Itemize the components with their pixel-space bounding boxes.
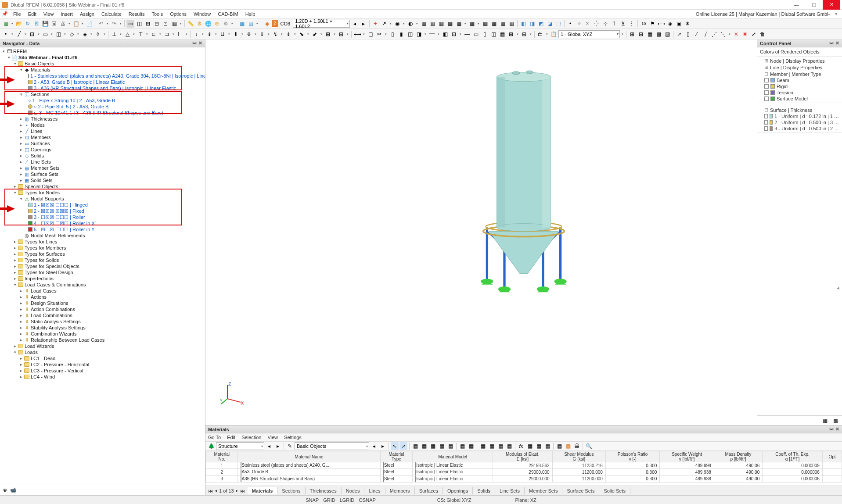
- t2-11-icon[interactable]: ⊤: [137, 30, 144, 38]
- tree-item[interactable]: ▸⊡Members: [0, 134, 205, 140]
- table-header[interactable]: Material Model: [413, 451, 493, 462]
- dd[interactable]: ▾: [415, 21, 419, 26]
- tree-item[interactable]: ▸⬇Combination Wizards: [0, 331, 205, 337]
- tree-loads[interactable]: Loads: [25, 350, 38, 355]
- load-combo-select[interactable]: 1.20D + 1.60L1 + 1.60L2: [293, 20, 350, 28]
- mat-t9-icon[interactable]: ▦: [467, 442, 475, 450]
- status-snap[interactable]: SNAP: [306, 497, 319, 503]
- cp-surface-thickness[interactable]: Surface | Thickness: [770, 107, 812, 113]
- t2-dim-icon[interactable]: ⟷: [353, 30, 361, 38]
- t2-e6-icon[interactable]: ⋱: [719, 30, 727, 38]
- t2-e5-icon[interactable]: ⋰: [710, 30, 718, 38]
- t2-8-icon[interactable]: ◊: [94, 30, 102, 38]
- table-header[interactable]: Mass Densityρ [lbf/ft³]: [714, 451, 762, 462]
- cube5-icon[interactable]: ⬚: [554, 20, 562, 28]
- mat-tree-icon[interactable]: 🌲: [207, 442, 215, 450]
- cube3-icon[interactable]: ◩: [537, 20, 545, 28]
- tree-item[interactable]: ▸⬇Relationship Between Load Cases: [0, 337, 205, 343]
- t2-24-icon[interactable]: ⬋: [311, 30, 319, 38]
- table-row[interactable]: 3 A36 (HR Structural Shapes and Bars) St…: [206, 475, 842, 482]
- tree-item[interactable]: ▸◫Openings: [0, 147, 205, 153]
- tab-solid-sets[interactable]: Solid Sets: [599, 487, 630, 494]
- tab-solids[interactable]: Solids: [473, 487, 495, 494]
- tree-nodal-mesh[interactable]: Nodal Mesh Refinements: [31, 233, 85, 238]
- cube2-icon[interactable]: ◨: [528, 20, 536, 28]
- tree-item[interactable]: ▸∕Line Sets: [0, 159, 205, 165]
- t2-sheet-icon[interactable]: 📋: [550, 30, 558, 38]
- dd[interactable]: ▾: [179, 21, 183, 26]
- tree-item[interactable]: ▸▭Surfaces: [0, 140, 205, 147]
- tree-item[interactable]: ▸⬇Stability Analysis Settings: [0, 325, 205, 331]
- mat-t7-icon[interactable]: ▦: [446, 442, 454, 450]
- s14-icon[interactable]: ▦: [507, 20, 515, 28]
- t2-22-icon[interactable]: ⇟: [284, 30, 292, 38]
- t2-m4-icon[interactable]: ◨: [415, 30, 423, 38]
- mat-t2-icon[interactable]: ↗: [399, 442, 407, 450]
- t2-10-icon[interactable]: △: [123, 30, 131, 38]
- mat-menu-view[interactable]: View: [267, 435, 278, 440]
- tree-materials[interactable]: Materials: [31, 67, 50, 72]
- close-button[interactable]: ✕: [823, 0, 840, 10]
- tree-item[interactable]: ▸⬇Design Situations: [0, 300, 205, 306]
- tree-rfem[interactable]: RFEM: [13, 49, 27, 54]
- mat-structure-select[interactable]: Structure: [216, 442, 264, 450]
- tree-special-objects[interactable]: Special Objects: [25, 184, 58, 189]
- s1-icon[interactable]: ✦: [371, 20, 379, 28]
- tree-item[interactable]: ▸Types for Members: [0, 245, 205, 251]
- tree-nodal-supports[interactable]: Nodal Supports: [31, 196, 64, 201]
- cog-icon[interactable]: ⚙: [222, 20, 230, 28]
- cp-member-item[interactable]: Rigid: [759, 83, 840, 89]
- tab-sections[interactable]: Sections: [277, 487, 305, 494]
- tree-item[interactable]: ▸Types for Steel Design: [0, 269, 205, 275]
- cp-b2-icon[interactable]: ▩: [831, 417, 839, 425]
- mat-menu-edit[interactable]: Edit: [227, 435, 235, 440]
- cube-icon[interactable]: ▣: [675, 20, 683, 28]
- tree-item[interactable]: ▸LC4 - Wind: [0, 374, 205, 380]
- table-header[interactable]: Opt: [822, 451, 842, 462]
- menu-view[interactable]: View: [40, 11, 58, 18]
- mat-t16-icon[interactable]: ▦: [543, 442, 551, 450]
- dd[interactable]: ▾: [81, 21, 84, 26]
- tree-material-2[interactable]: 2 - A53, Grade B | Isotropic | Linear El…: [34, 79, 125, 85]
- dd[interactable]: ▾: [402, 21, 406, 26]
- cube1-icon[interactable]: ◧: [519, 20, 527, 28]
- mat-fx-icon[interactable]: fx: [517, 442, 525, 450]
- save-icon[interactable]: 💾: [41, 20, 49, 28]
- t2-m6-icon[interactable]: ◧: [441, 30, 449, 38]
- t2-b2-icon[interactable]: ▯: [481, 30, 489, 38]
- tab-line-sets[interactable]: Line Sets: [495, 487, 525, 494]
- s4-icon[interactable]: ◐: [407, 20, 414, 28]
- t2-9-icon[interactable]: ⊥: [110, 30, 118, 38]
- globe-icon[interactable]: 🌐: [204, 20, 212, 28]
- dd[interactable]: ▾: [230, 21, 234, 26]
- view3-icon[interactable]: ⊞: [144, 20, 152, 28]
- pin-icon[interactable]: 📌: [2, 11, 8, 17]
- nav-icon[interactable]: ⊕: [213, 20, 221, 28]
- table-header[interactable]: Material Name: [238, 451, 380, 462]
- t2-b1-icon[interactable]: ▭: [472, 30, 480, 38]
- menu-edit[interactable]: Edit: [25, 11, 40, 18]
- s9-icon[interactable]: ▦: [455, 20, 463, 28]
- eye-icon[interactable]: 👁: [3, 488, 7, 493]
- tree-item[interactable]: ▸Types for Special Objects: [0, 263, 205, 269]
- tree-section-2[interactable]: 2 - Pipe Std. 5 | 2 - A53, Grade B: [38, 104, 109, 109]
- tree-basic-objects[interactable]: Basic Objects: [25, 61, 54, 66]
- tree-material-1[interactable]: 1 - Stainless steel (plates and sheets) …: [30, 73, 205, 79]
- next-icon[interactable]: ▸: [360, 20, 367, 28]
- s6-icon[interactable]: ▦: [428, 20, 436, 28]
- table-header[interactable]: Coeff. of Th. Exp.α [1/°F]: [763, 451, 823, 462]
- pager-next-icon[interactable]: ▸: [236, 488, 238, 493]
- t2-20-icon[interactable]: ⇓: [258, 30, 266, 38]
- tree-item[interactable]: ▸⬇Static Analysis Settings: [0, 318, 205, 325]
- mat-menu-settings[interactable]: Settings: [284, 435, 302, 440]
- table-header[interactable]: Shear ModulusG [ksi]: [552, 451, 605, 462]
- dd[interactable]: ▾: [106, 21, 109, 26]
- menu-options[interactable]: Options: [166, 11, 190, 18]
- tree-support-item[interactable]: 4 - ☐☒☒ ☐☒☐ | Roller in X': [0, 220, 205, 226]
- t2-6-icon[interactable]: ◇: [68, 30, 76, 38]
- dd[interactable]: ▾: [255, 21, 259, 26]
- tree-item[interactable]: ▸⬇Actions: [0, 294, 205, 300]
- tree-section-1[interactable]: 1 - Pipe x-Strong 10 | 2 - A53, Grade B: [32, 98, 115, 103]
- view4-icon[interactable]: ⊟: [153, 20, 161, 28]
- t2-12-icon[interactable]: ⊏: [150, 30, 158, 38]
